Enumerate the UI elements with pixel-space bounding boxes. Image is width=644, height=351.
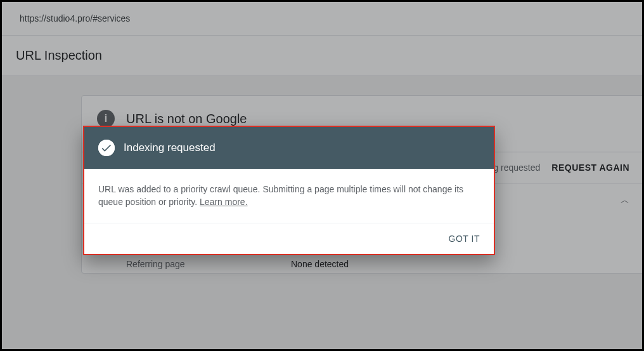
learn-more-link[interactable]: Learn more. (200, 197, 247, 207)
check-circle-icon (98, 140, 115, 156)
dialog-title: Indexing requested (124, 142, 216, 154)
dialog-body-text: URL was added to a priority crawl queue.… (98, 184, 463, 207)
dialog-actions: GOT IT (84, 223, 494, 254)
indexing-requested-dialog: Indexing requested URL was added to a pr… (83, 126, 495, 255)
svg-point-0 (98, 140, 115, 156)
dialog-body: URL was added to a priority crawl queue.… (84, 169, 494, 223)
dialog-header: Indexing requested (84, 127, 494, 169)
got-it-button[interactable]: GOT IT (449, 234, 480, 244)
